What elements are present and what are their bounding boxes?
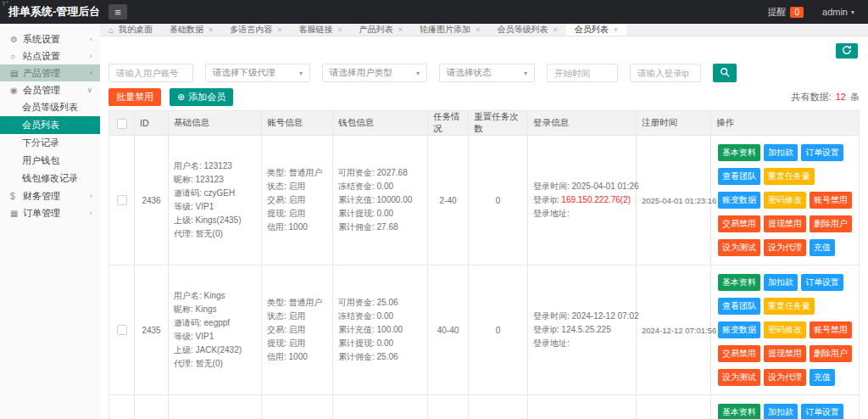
sidebar-item[interactable]: ▤产品管理‹ <box>0 64 100 81</box>
sidebar-subitem[interactable]: 会员等级列表 <box>0 98 100 116</box>
set-as-agent-button[interactable]: 设为代理 <box>764 239 806 256</box>
reset-task-count-button[interactable]: 重置任务量 <box>764 298 815 315</box>
chevron-left-icon: ‹ <box>90 209 92 217</box>
sidebar-subitem[interactable]: 会员列表 <box>0 116 100 134</box>
change-password-button[interactable]: 密码修改 <box>764 192 806 209</box>
sidebar-item[interactable]: $财务管理‹ <box>0 187 100 204</box>
user-type-select[interactable]: 请选择用户类型 ▾ <box>322 64 427 82</box>
adjust-funds-button[interactable]: 加扣款 <box>764 144 798 161</box>
sidebar-item[interactable]: ◉会员管理∨ <box>0 81 100 98</box>
disable-withdraw-button[interactable]: 提现禁用 <box>764 345 806 362</box>
notice-count-badge[interactable]: 0 <box>790 7 804 18</box>
sidebar-item-label: 产品管理 <box>23 67 60 80</box>
sidebar-item-label: 站点设置 <box>23 50 60 63</box>
main-area: ⌂我的桌面基础数据×多语言内容×客服链接×产品列表×轮播图片添加×会员等级列表×… <box>100 24 868 419</box>
view-team-button[interactable]: 查看团队 <box>718 298 760 315</box>
member-table-wrap: ID基础信息账号信息钱包信息任务情况重置任务次数登录信息注册时间操作 2436用… <box>108 110 860 419</box>
status-select[interactable]: 请选择状态 ▾ <box>439 64 535 82</box>
sidebar-subitem[interactable]: 用户钱包 <box>0 152 100 170</box>
corner-artifact: T° <box>2 0 8 8</box>
column-header: 任务情况 <box>428 111 469 136</box>
account-input[interactable] <box>108 64 193 82</box>
user-menu[interactable]: admin ▾ <box>822 7 854 17</box>
table-header-row: ID基础信息账号信息钱包信息任务情况重置任务次数登录信息注册时间操作 <box>109 111 860 136</box>
table-row: 2434用户名: khg4347昵称: khg4347邀请码: 19kHmo类型… <box>109 395 860 419</box>
table-body: 2436用户名: 123123昵称: 123123邀请码: czyGEH等级: … <box>109 136 860 419</box>
change-password-button[interactable]: 密码修改 <box>764 321 806 338</box>
tab-label: 基础数据 <box>170 24 203 36</box>
batch-disable-button[interactable]: 批量禁用 <box>108 88 161 106</box>
close-icon[interactable]: × <box>277 25 281 34</box>
sidebar-subitem[interactable]: 下分记录 <box>0 134 100 152</box>
disable-trade-button[interactable]: 交易禁用 <box>718 345 760 362</box>
close-icon[interactable]: × <box>209 25 213 34</box>
sidebar-item[interactable]: ⚙系统设置‹ <box>0 31 100 47</box>
set-as-agent-button[interactable]: 设为代理 <box>764 369 806 386</box>
recharge-button[interactable]: 充值 <box>810 369 835 386</box>
tab[interactable]: 产品列表× <box>351 24 411 36</box>
adjust-funds-button[interactable]: 加扣款 <box>764 274 798 291</box>
reset-task-count-button[interactable]: 重置任务量 <box>764 168 815 185</box>
login-info-cell: 登录时间: 2024-12-12 07:02登录ip: 124.5.25.225… <box>528 265 637 395</box>
start-time-input[interactable] <box>547 64 618 82</box>
basic-info-cell: 用户名: khg4347昵称: khg4347邀请码: 19kHmo <box>169 395 262 419</box>
set-as-test-button[interactable]: 设为测试 <box>718 369 760 386</box>
close-icon[interactable]: × <box>476 25 480 34</box>
recharge-button[interactable]: 充值 <box>810 239 835 256</box>
select-all-checkbox[interactable] <box>117 119 127 129</box>
delete-user-button[interactable]: 删除用户 <box>810 345 852 362</box>
login-ip-input[interactable] <box>630 64 701 82</box>
column-header: 基础信息 <box>169 111 262 136</box>
sidebar-item[interactable]: ○站点设置‹ <box>0 47 100 64</box>
tab[interactable]: 轮播图片添加× <box>411 24 488 36</box>
basic-profile-button[interactable]: 基本资料 <box>718 274 760 291</box>
set-as-test-button[interactable]: 设为测试 <box>718 239 760 256</box>
member-icon: ◉ <box>10 86 23 95</box>
refresh-button[interactable] <box>836 43 858 59</box>
disable-trade-button[interactable]: 交易禁用 <box>718 215 760 232</box>
sidebar-subitem[interactable]: 钱包修改记录 <box>0 170 100 187</box>
view-team-button[interactable]: 查看团队 <box>718 168 760 185</box>
tab[interactable]: 基础数据× <box>161 24 221 36</box>
order-settings-button[interactable]: 订单设置 <box>801 144 843 161</box>
close-icon[interactable]: × <box>614 25 618 34</box>
row-checkbox[interactable] <box>117 325 127 335</box>
agent-select[interactable]: 请选择下级代理 ▾ <box>205 64 310 82</box>
notice-label[interactable]: 提醒 <box>767 6 786 19</box>
order-settings-button[interactable]: 订单设置 <box>801 274 843 291</box>
add-member-button[interactable]: ⊕ 添加会员 <box>170 88 233 106</box>
adjust-funds-button[interactable]: 加扣款 <box>764 404 798 419</box>
member-table: ID基础信息账号信息钱包信息任务情况重置任务次数登录信息注册时间操作 2436用… <box>108 110 860 419</box>
basic-profile-button[interactable]: 基本资料 <box>718 404 760 419</box>
tab[interactable]: 会员列表× <box>566 24 626 36</box>
row-checkbox[interactable] <box>117 195 127 205</box>
caret-down-icon: ▾ <box>299 70 303 77</box>
sidebar-item-label: 财务管理 <box>23 190 60 203</box>
column-header: 登录信息 <box>528 111 637 136</box>
close-icon[interactable]: × <box>553 25 557 34</box>
disable-withdraw-button[interactable]: 提现禁用 <box>764 215 806 232</box>
delete-user-button[interactable]: 删除用户 <box>810 215 852 232</box>
filter-bar: 请选择下级代理 ▾ 请选择用户类型 ▾ 请选择状态 ▾ <box>108 64 860 82</box>
tab[interactable]: 多语言内容× <box>221 24 290 36</box>
reset-count-cell: 0 <box>469 136 528 265</box>
disable-account-button[interactable]: 账号禁用 <box>810 321 852 338</box>
tab[interactable]: 客服链接× <box>291 24 351 36</box>
search-button[interactable] <box>713 64 737 82</box>
hamburger-menu-icon[interactable]: ≡ <box>108 4 127 20</box>
basic-profile-button[interactable]: 基本资料 <box>718 144 760 161</box>
sidebar-subitem-label: 用户钱包 <box>22 154 59 167</box>
account-change-data-button[interactable]: 账变数据 <box>718 192 760 209</box>
sidebar-item[interactable]: ▦订单管理‹ <box>0 204 100 221</box>
table-row: 2436用户名: 123123昵称: 123123邀请码: czyGEH等级: … <box>109 136 860 265</box>
tab[interactable]: 会员等级列表× <box>488 24 565 36</box>
account-change-data-button[interactable]: 账变数据 <box>718 321 760 338</box>
tab[interactable]: ⌂我的桌面 <box>100 24 161 36</box>
order-settings-button[interactable]: 订单设置 <box>801 404 843 419</box>
summary-suffix: 条 <box>850 92 860 102</box>
close-icon[interactable]: × <box>338 25 342 34</box>
close-icon[interactable]: × <box>398 25 403 34</box>
topbar-right: 提醒 0 admin ▾ <box>767 6 868 19</box>
disable-account-button[interactable]: 账号禁用 <box>810 192 852 209</box>
search-icon <box>720 67 730 80</box>
